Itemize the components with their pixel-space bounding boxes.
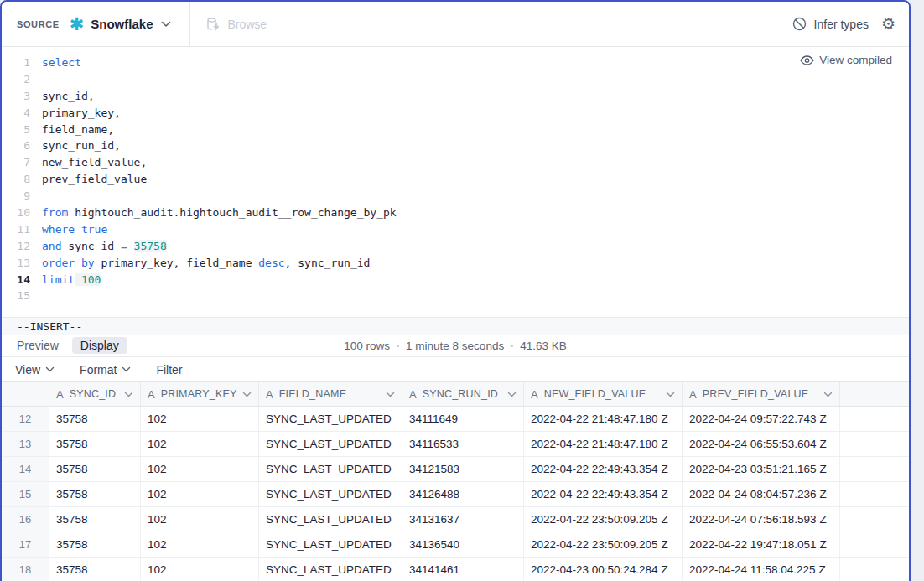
toolbar-filter-button[interactable]: Filter [156,363,182,376]
database-bolt-icon [205,17,221,32]
table-cell[interactable]: 102 [141,507,259,532]
table-cell[interactable]: SYNC_LAST_UPDATED [259,532,402,557]
sql-editor[interactable]: 1select23sync_id,4primary_key,5field_nam… [2,47,909,317]
code-line[interactable]: 5field_name, [2,122,909,138]
table-cell[interactable]: SYNC_LAST_UPDATED [259,507,402,532]
toolbar-view-button[interactable]: View [15,363,55,376]
table-cell[interactable]: 35758 [49,407,141,431]
source-label: SOURCE [17,19,60,29]
table-cell[interactable]: 34126488 [402,482,524,506]
source-chevron-down-icon[interactable] [161,21,171,28]
code-token: where true [42,223,107,236]
table-cell[interactable]: 2022-04-22 22:49:43.354 Z [524,457,683,481]
table-cell[interactable]: 2022-04-24 09:57:22.743 Z [683,407,840,431]
table-row[interactable]: 1735758102SYNC_LAST_UPDATED341365402022-… [2,532,909,558]
table-cell[interactable]: 34116533 [402,432,524,456]
browse-button[interactable]: Browse [205,17,267,32]
table-row[interactable]: 1335758102SYNC_LAST_UPDATED341165332022-… [2,432,909,457]
table-cell[interactable]: 102 [141,457,259,481]
table-cell[interactable]: 102 [141,482,259,506]
code-line[interactable]: 11where true [2,221,909,238]
toolbar-item-label: Format [80,363,117,376]
table-row[interactable]: 1635758102SYNC_LAST_UPDATED341316372022-… [2,507,909,532]
tab-preview[interactable]: Preview [8,337,67,354]
table-cell[interactable]: SYNC_LAST_UPDATED [259,482,402,506]
column-menu-chevron-icon[interactable] [124,392,133,397]
code-line[interactable]: 12and sync_id = 35758 [2,238,909,255]
column-header-field_name[interactable]: AFIELD_NAME [259,382,402,406]
table-cell[interactable]: 35758 [49,558,141,581]
table-cell[interactable]: SYNC_LAST_UPDATED [259,457,402,481]
view-compiled-button[interactable]: View compiled [800,54,892,66]
code-lines: 1select23sync_id,4primary_key,5field_nam… [2,54,909,304]
table-row[interactable]: 1535758102SYNC_LAST_UPDATED341264882022-… [2,482,909,507]
table-cell[interactable]: 2022-04-24 08:04:57.236 Z [683,482,840,506]
table-cell[interactable]: SYNC_LAST_UPDATED [259,407,402,431]
table-cell[interactable]: 34136540 [402,532,524,557]
code-line[interactable]: 6sync_run_id, [2,137,909,154]
table-cell[interactable]: 102 [141,432,259,456]
table-cell[interactable]: 2022-04-24 07:56:18.593 Z [683,507,840,532]
code-token: new_field_value, [42,156,147,169]
code-line[interactable]: 2 [2,71,909,88]
table-cell[interactable]: 34121583 [402,457,524,481]
table-cell[interactable]: 2022-04-23 00:50:24.284 Z [524,558,683,581]
column-menu-chevron-icon[interactable] [386,392,395,397]
code-line[interactable]: 7new_field_value, [2,154,909,171]
table-cell[interactable]: 35758 [49,482,141,506]
tab-display[interactable]: Display [72,337,127,354]
table-cell[interactable]: 35758 [49,532,141,557]
code-line[interactable]: 1select [2,54,909,71]
table-cell[interactable]: 2022-04-22 21:48:47.180 Z [524,407,683,431]
gear-icon[interactable]: ⚙ [881,16,895,32]
code-line[interactable]: 10from hightouch_audit.hightouch_audit__… [2,205,909,221]
line-number: 6 [2,137,30,154]
column-header-sync_run_id[interactable]: ASYNC_RUN_ID [402,382,524,406]
table-cell[interactable]: SYNC_LAST_UPDATED [259,432,402,456]
table-cell[interactable]: 102 [141,532,259,557]
column-header-new_field_value[interactable]: ANEW_FIELD_VALUE [524,382,683,406]
toolbar-format-button[interactable]: Format [80,363,131,376]
table-cell[interactable]: 34111649 [402,407,524,431]
table-cell[interactable]: 2022-04-23 03:51:21.165 Z [683,457,840,481]
no-symbol-icon[interactable] [792,17,807,31]
table-cell[interactable]: 2022-04-22 22:49:43.354 Z [524,482,683,506]
column-header-prev_field_value[interactable]: APREV_FIELD_VALUE [683,382,840,406]
code-line[interactable]: 13order by primary_key, field_name desc,… [2,255,909,272]
table-cell[interactable]: 2022-04-22 23:50:09.205 Z [524,532,683,557]
code-line[interactable]: 3sync_id, [2,88,909,105]
table-cell[interactable]: 2022-04-22 21:48:47.180 Z [524,432,683,456]
code-line[interactable]: 14limit 100 [2,272,909,288]
column-header-primary_key[interactable]: APRIMARY_KEY [141,382,259,406]
view-compiled-label: View compiled [819,54,892,66]
table-cell[interactable]: 2022-04-22 23:50:09.205 Z [524,507,683,532]
line-number: 4 [2,105,30,122]
code-line[interactable]: 15 [2,288,909,304]
table-row[interactable]: 1835758102SYNC_LAST_UPDATED341414612022-… [2,558,909,581]
toolbar-item-label: View [15,363,40,376]
code-text: primary_key, [42,105,121,122]
table-cell[interactable]: 34141461 [402,558,524,581]
column-header-sync_id[interactable]: ASYNC_ID [49,382,141,406]
column-menu-chevron-icon[interactable] [823,392,833,397]
code-line[interactable]: 4primary_key, [2,105,909,122]
column-menu-chevron-icon[interactable] [666,392,675,397]
infer-types-label[interactable]: Infer types [814,18,869,31]
table-cell[interactable]: 2022-04-22 19:47:18.051 Z [683,532,840,557]
table-cell[interactable]: 34131637 [402,507,524,532]
table-cell[interactable]: 35758 [49,432,141,456]
column-menu-chevron-icon[interactable] [242,392,252,397]
table-cell[interactable]: 35758 [49,507,141,532]
column-menu-chevron-icon[interactable] [507,392,517,397]
table-cell[interactable]: 35758 [49,457,141,481]
code-line[interactable]: 8prev_field_value [2,171,909,188]
code-line[interactable]: 9 [2,188,909,205]
table-cell[interactable]: 102 [141,558,259,581]
tabs-container: PreviewDisplay [2,337,127,354]
table-cell[interactable]: 2022-04-24 11:58:04.225 Z [683,558,840,581]
table-row[interactable]: 1435758102SYNC_LAST_UPDATED341215832022-… [2,457,909,482]
table-row[interactable]: 1235758102SYNC_LAST_UPDATED341116492022-… [2,407,909,432]
table-cell[interactable]: SYNC_LAST_UPDATED [259,558,402,581]
table-cell[interactable]: 102 [141,407,259,431]
table-cell[interactable]: 2022-04-24 06:55:53.604 Z [683,432,840,456]
